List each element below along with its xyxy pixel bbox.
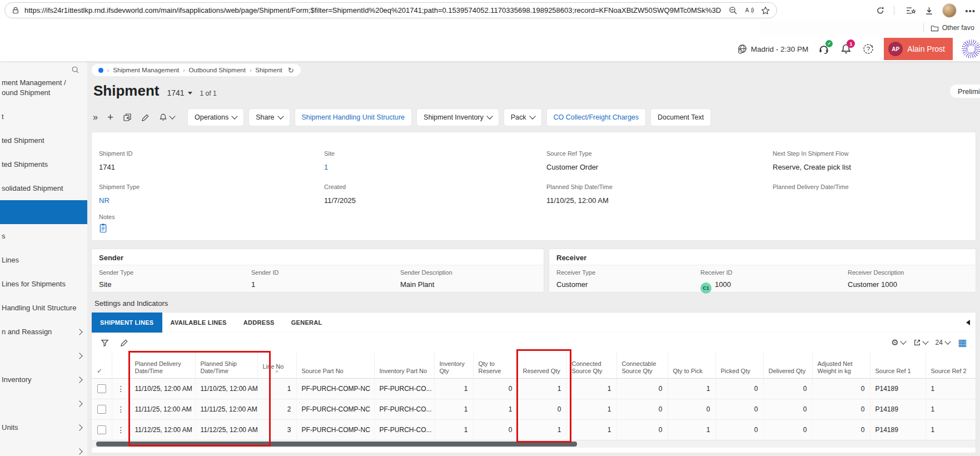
column-header[interactable]: Connected Source Qty	[566, 353, 616, 378]
breadcrumb-item[interactable]: Shipment Management	[113, 67, 179, 73]
table-row[interactable]: ⋮11/12/25, 12:00 AM11/12/25, 12:00 AM3PF…	[92, 419, 976, 440]
column-header[interactable]: Source Part No	[296, 353, 374, 378]
row-menu-kebab-icon[interactable]: ⋮	[117, 384, 125, 393]
collapse-left-icon[interactable]	[966, 320, 970, 325]
table-cell	[92, 419, 112, 440]
command-button[interactable]: Shipment Handling Unit Structure	[295, 109, 412, 126]
column-header[interactable]: Source Ref 1	[870, 353, 926, 378]
sidebar-item[interactable]: Handling Unit Structure	[0, 296, 87, 320]
tab-available-lines[interactable]: AVAILABLE LINES	[162, 313, 235, 333]
table-export[interactable]	[913, 339, 928, 346]
column-header[interactable]: Planned Ship Date/Time	[195, 353, 257, 378]
other-favorites[interactable]: Other favo	[923, 23, 974, 32]
table-settings-gear[interactable]: ⚙	[891, 338, 905, 348]
filter-icon[interactable]	[101, 339, 109, 347]
duplicate-record-icon[interactable]	[123, 113, 132, 122]
horizontal-scrollbar[interactable]	[92, 440, 976, 448]
edit-lines-icon[interactable]	[120, 339, 128, 347]
column-header[interactable]: Picked Qty	[715, 353, 763, 378]
table-cell: 1	[668, 419, 715, 440]
page-size-selector[interactable]: 24	[936, 339, 950, 346]
refresh-icon[interactable]: ↻	[288, 66, 294, 75]
row-menu-kebab-icon[interactable]: ⋮	[117, 425, 125, 434]
support-icon[interactable]: ✓	[817, 42, 830, 56]
sidebar-item[interactable]: n and Reassign	[0, 320, 87, 344]
notifications-bell-icon[interactable]: 1	[839, 42, 853, 56]
column-header[interactable]: Qty to Reserve	[473, 353, 518, 378]
sidebar-item[interactable]: t	[0, 105, 87, 128]
sidebar-item[interactable]: solidated Shipment	[0, 176, 87, 200]
column-header[interactable]	[112, 353, 130, 378]
browser-more-icon[interactable]: •••	[965, 6, 976, 16]
sidebar-item[interactable]: Lines for Shipments	[0, 272, 87, 296]
tab-address[interactable]: ADDRESS	[235, 313, 283, 333]
downloads-icon[interactable]	[924, 6, 934, 16]
tab-shipment-lines[interactable]: SHIPMENT LINES	[92, 313, 162, 333]
column-header[interactable]: Inventory Qty	[434, 353, 473, 378]
sidebar-item[interactable]	[0, 200, 87, 224]
subscribe-bell-icon[interactable]	[159, 113, 175, 122]
command-button[interactable]: Pack	[504, 109, 541, 126]
column-header[interactable]: Source Ref 2	[926, 353, 976, 378]
row-checkbox[interactable]	[97, 405, 106, 414]
favorite-star-icon[interactable]	[761, 6, 770, 15]
zoom-out-icon[interactable]	[729, 6, 738, 15]
column-header[interactable]: Delivered Qty	[763, 353, 812, 378]
breadcrumb-item[interactable]: Shipment	[255, 67, 282, 73]
browser-extension-icon[interactable]	[875, 6, 886, 16]
add-record-icon[interactable]: +	[107, 111, 113, 123]
browser-profile-avatar[interactable]	[942, 3, 957, 18]
expand-toolbar-icon[interactable]: »	[93, 112, 98, 122]
url-text[interactable]: https://ifs24r1ittestlkp.rnd.ifsdevworld…	[24, 6, 724, 14]
sidebar-item[interactable]: Inventory	[0, 368, 87, 391]
field-value[interactable]: 1	[324, 163, 328, 171]
column-header-label: Connected Source Qty	[572, 360, 603, 374]
command-button[interactable]: Share	[249, 109, 289, 126]
column-header[interactable]: Planned Delivery Date/Time	[130, 353, 195, 378]
column-header[interactable]: Line No^	[257, 353, 296, 378]
settings-indicators-section[interactable]: Settings and Indicators	[94, 299, 168, 308]
column-header-label: Source Part No	[302, 368, 344, 374]
field-value[interactable]: NR	[99, 196, 110, 205]
grid-view-toggle[interactable]: ▦	[958, 337, 967, 349]
read-aloud-icon[interactable]: A	[745, 6, 754, 14]
url-bar[interactable]: https://ifs24r1ittestlkp.rnd.ifsdevworld…	[4, 2, 777, 18]
table-row[interactable]: ⋮11/10/25, 12:00 AM11/10/25, 12:00 AM1PF…	[92, 378, 976, 399]
sidebar-item[interactable]	[0, 391, 87, 415]
row-checkbox[interactable]	[97, 384, 106, 393]
command-button[interactable]: Shipment Inventory	[417, 109, 499, 126]
row-checkbox[interactable]	[97, 425, 106, 434]
column-header[interactable]: Reserved Qty	[518, 353, 566, 378]
sidebar-item[interactable]: Units	[0, 415, 87, 439]
help-icon[interactable]: ?	[862, 42, 875, 56]
table-cell: 1	[257, 378, 296, 399]
column-header[interactable]: ✓	[92, 353, 112, 378]
field-label: Planned Ship Date/Time	[546, 184, 613, 190]
sidebar-item[interactable]	[0, 344, 87, 368]
column-header[interactable]: Connectable Source Qty	[616, 353, 668, 378]
favorites-bar-icon[interactable]	[906, 6, 916, 15]
column-header[interactable]: Adjusted Net Weight in kg	[812, 353, 870, 378]
sidebar-item[interactable]: Lines	[0, 248, 87, 272]
user-chip[interactable]: AP Alain Prost	[884, 38, 953, 60]
sidebar-item[interactable]: ted Shipments	[0, 152, 87, 176]
tab-general[interactable]: GENERAL	[283, 313, 331, 333]
sidebar-item[interactable]: ted Shipment	[0, 128, 87, 152]
command-button[interactable]: Document Text	[651, 109, 710, 126]
select-all-check-icon[interactable]: ✓	[97, 367, 102, 375]
timezone-selector[interactable]: Madrid - 2:30 PM	[737, 44, 809, 54]
command-button[interactable]: CO Collect/Freight Charges	[547, 109, 646, 126]
column-header[interactable]: Qty to Pick	[668, 353, 715, 378]
table-row[interactable]: ⋮11/11/25, 12:00 AM11/11/25, 12:00 AM2PF…	[92, 399, 976, 419]
column-header[interactable]: Inventory Part No	[374, 353, 434, 378]
row-menu-kebab-icon[interactable]: ⋮	[117, 405, 125, 414]
breadcrumb-item[interactable]: Outbound Shipment	[189, 67, 246, 73]
sidebar-item[interactable]: s	[0, 224, 87, 248]
sidebar-item[interactable]	[0, 439, 87, 456]
command-button[interactable]: Operations	[188, 109, 243, 126]
record-selector[interactable]: 1741	[167, 88, 192, 97]
sidebar-search-icon[interactable]	[71, 66, 79, 74]
notes-clipboard-icon[interactable]	[99, 223, 107, 233]
scrollbar-thumb[interactable]	[96, 442, 577, 447]
edit-record-icon[interactable]	[141, 113, 150, 122]
